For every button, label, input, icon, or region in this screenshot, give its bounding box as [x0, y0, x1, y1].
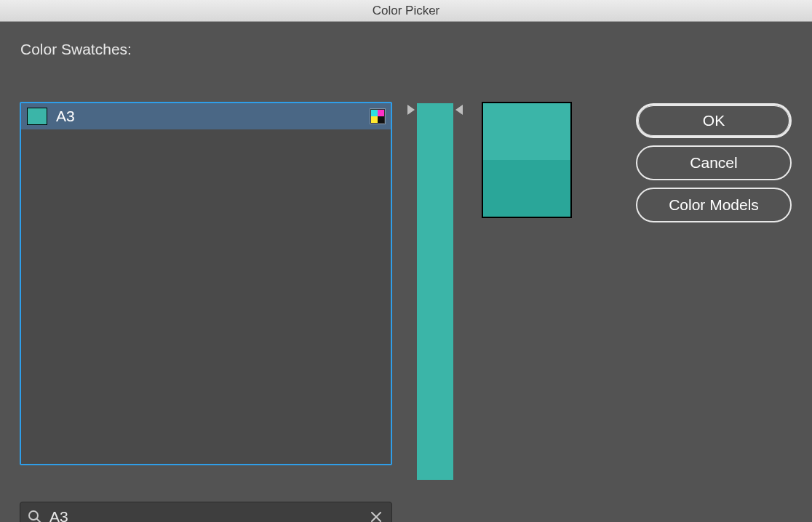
color-preview: [482, 102, 572, 218]
swatch-list[interactable]: A3: [20, 102, 392, 465]
swatch-name-label: A3: [56, 108, 362, 125]
swatches-label: Color Swatches:: [20, 41, 792, 58]
tint-slider[interactable]: [407, 103, 463, 480]
dialog-buttons: OK Cancel Color Models: [636, 103, 792, 222]
close-icon: [371, 512, 381, 522]
ok-button[interactable]: OK: [636, 103, 792, 138]
color-models-button[interactable]: Color Models: [636, 188, 792, 222]
svg-point-0: [29, 511, 38, 520]
window-titlebar: Color Picker: [0, 0, 812, 22]
swatch-color-chip: [27, 108, 47, 125]
search-field[interactable]: [20, 502, 392, 522]
preview-new-color: [483, 103, 570, 160]
slider-track[interactable]: [417, 103, 453, 480]
cancel-button[interactable]: Cancel: [636, 145, 792, 180]
swatch-item[interactable]: A3: [21, 103, 391, 129]
dialog-content: Color Swatches: A3 OK Cancel Color Model…: [0, 22, 812, 58]
search-icon: [28, 510, 42, 522]
svg-line-1: [37, 519, 41, 522]
slider-handle-right-icon[interactable]: [455, 105, 463, 115]
cmyk-icon: [370, 109, 385, 124]
window-title: Color Picker: [373, 4, 440, 18]
slider-handle-left-icon[interactable]: [407, 105, 415, 115]
preview-current-color: [483, 160, 570, 217]
clear-search-button[interactable]: [368, 509, 384, 522]
search-input[interactable]: [49, 508, 361, 522]
